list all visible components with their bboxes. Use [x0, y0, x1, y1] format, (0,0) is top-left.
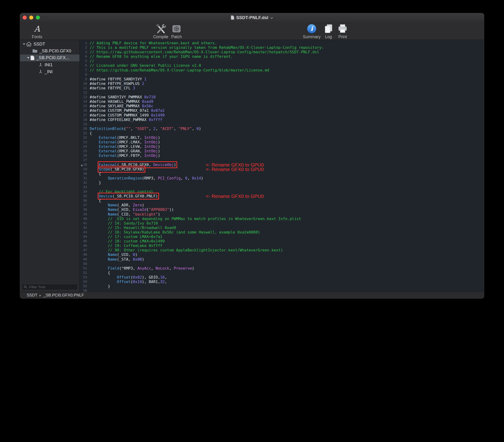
line-number: 10 [80, 81, 90, 86]
line-number: 33 [80, 185, 90, 189]
compile-button[interactable]: Compile [152, 23, 170, 39]
code-line[interactable]: 25 External(RMCF.GRAN, IntObj) [80, 149, 484, 153]
code-line[interactable]: 41 // 14: Sandy/Ivy 0x710 [80, 221, 484, 226]
code-line[interactable]: 3// https://raw.githubusercontent.com/Re… [80, 50, 484, 54]
code-line[interactable]: 23 External(RMCF.LMAX, IntObj) [80, 140, 484, 144]
line-number: 13 [80, 95, 90, 99]
code-line[interactable]: 44 // 17: custom LMAX=0x7a1 [80, 234, 484, 239]
code-line[interactable]: 40 // _UID is set depending on PWMMax to… [80, 216, 484, 221]
summary-button[interactable]: i Summary [302, 23, 322, 39]
code-text: { [90, 198, 101, 203]
home-icon [26, 41, 32, 46]
code-line[interactable]: 54 Offset(0x10), BAR1,32, [80, 280, 484, 284]
code-line[interactable]: 30 { [80, 172, 484, 176]
code-line[interactable]: 6// Licensed under GNU General Public Li… [80, 63, 484, 68]
code-line[interactable]: 50 [80, 262, 484, 266]
code-line[interactable]: 22 External(RMCF.BKLT, IntObj) [80, 135, 484, 140]
code-line[interactable]: 53 Offset(0x02), GDID,16, [80, 275, 484, 280]
code-editor[interactable]: 1// Adding PNLF device for WhateverGreen… [80, 40, 484, 292]
code-line[interactable]: 24 External(RMCF.LEVW, IntObj) [80, 144, 484, 149]
code-line[interactable]: 2// This is a modified PNLF version orig… [80, 45, 484, 50]
patch-button[interactable]: Patch [168, 23, 185, 39]
filter-tree-input[interactable] [29, 285, 76, 289]
maciasl-window: SSDT-PNLF.dsl A Fonts Compile [20, 13, 484, 299]
code-line[interactable]: 4// Rename GFX0 to anything else if your… [80, 54, 484, 59]
code-text: // 17: custom LMAX=0x7a1 [90, 234, 162, 239]
rename-annotation: <- Rename GFX0 to GPU0 [206, 167, 264, 172]
code-text: // 16: Skylake/KabyLake 0x56c (and some … [90, 230, 260, 234]
tree-item-gfx0-scope[interactable]: _SB.PCI0.GFX0 [20, 47, 79, 54]
line-number: 20 [80, 126, 90, 131]
code-text: // 15: Haswell/Broadwell 0xad9 [90, 226, 176, 230]
info-icon: i [307, 23, 317, 35]
line-number: 31 [80, 176, 90, 180]
line-number: 44 [80, 234, 90, 239]
code-line[interactable]: 16#define CUSTOM_PWMMAX_07a1 0x07a1 [80, 108, 484, 113]
code-line[interactable]: 48 Name(_UID, 0) [80, 252, 484, 257]
code-line[interactable]: 33 [80, 185, 484, 189]
tree-item-ini1[interactable]: INI1 [20, 61, 79, 68]
print-button[interactable]: Print [335, 23, 350, 39]
code-line[interactable]: 36 { [80, 198, 484, 203]
fonts-button[interactable]: A Fonts [28, 23, 47, 39]
change-marker-dot [81, 165, 83, 166]
code-line[interactable]: 21{ [80, 131, 484, 135]
code-line[interactable]: 51 Field(^RMP3, AnyAcc, NoLock, Preserve… [80, 266, 484, 270]
code-line[interactable]: 32 } [80, 180, 484, 185]
document-proxy-icon[interactable] [231, 15, 234, 20]
code-line[interactable]: 18#define COFFEELAKE_PWMMAX 0xffff [80, 117, 484, 122]
sidebar: SSDT _SB.PCI0.GFX0 _SB.PCI0.GFX... [20, 40, 80, 292]
code-line[interactable]: 55 } [80, 284, 484, 288]
code-line[interactable]: 49 Name(_STA, 0x0B) [80, 257, 484, 262]
code-line[interactable]: 20DefinitionBlock("", "SSDT", 2, "ACDT",… [80, 126, 484, 131]
code-line[interactable]: 17#define CUSTOM_PWMMAX_1499 0x1499 [80, 113, 484, 117]
code-line[interactable]: 8 [80, 72, 484, 77]
code-line[interactable]: 1// Adding PNLF device for WhateverGreen… [80, 41, 484, 45]
code-line[interactable]: 13#define SANDYIVY_PWMMAX 0x710 [80, 95, 484, 99]
code-line[interactable]: 19 [80, 122, 484, 126]
code-line[interactable]: 28 External(_SB.PCI0.GFX0, DeviceObj)<- … [80, 162, 484, 167]
code-text: Name(_STA, 0x0B) [90, 257, 144, 262]
code-line[interactable]: 56 [80, 288, 484, 292]
code-line[interactable]: 26 External(RMCF.FBTP, IntObj) [80, 153, 484, 158]
code-line[interactable]: 9#define FBTYPE_SANDYIVY 1 [80, 77, 484, 81]
line-number: 36 [80, 198, 90, 203]
log-button[interactable]: Log [321, 23, 336, 39]
code-line[interactable]: 37 Name(_ADR, Zero) [80, 203, 484, 207]
code-line[interactable]: 29 Scope(_SB.PCI0.GFX0)<- Rename GFX0 to… [80, 167, 484, 172]
code-text: // For backlight control [90, 189, 153, 194]
line-number: 39 [80, 212, 90, 216]
code-line[interactable]: 52 { [80, 270, 484, 275]
code-line[interactable]: 43 // 16: Skylake/KabyLake 0x56c (and so… [80, 230, 484, 234]
tree-item-gfx0-device[interactable]: _SB.PCI0.GFX... [20, 54, 79, 61]
code-text: // 14: Sandy/Ivy 0x710 [90, 221, 158, 226]
title-chevron-icon[interactable] [270, 17, 273, 19]
titlebar[interactable]: SSDT-PNLF.dsl [20, 13, 484, 22]
code-line[interactable]: 46 // 19: CoffeeLake 0xffff [80, 243, 484, 248]
code-line[interactable]: 5// [80, 59, 484, 63]
code-line[interactable]: 38 Name(_HID, EisaId("APP0002")) [80, 207, 484, 212]
line-number: 52 [80, 270, 90, 275]
code-line[interactable]: 47 // 99: Other (requires custom AppleBa… [80, 248, 484, 252]
tree-item-ssdt[interactable]: SSDT [20, 41, 79, 47]
code-line[interactable]: 12 [80, 90, 484, 95]
disclosure-triangle-icon[interactable] [26, 57, 30, 59]
code-line[interactable]: 11#define FBTYPE_CFL 3 [80, 86, 484, 90]
code-line[interactable]: 7// https://github.com/RehabMan/OS-X-Clo… [80, 68, 484, 72]
code-line[interactable]: 14#define HASWELL_PWMMAX 0xad9 [80, 99, 484, 104]
disclosure-triangle-icon[interactable] [22, 43, 26, 45]
breadcrumb-path[interactable]: _SB.PCI0.GFX0.PNLF [43, 293, 84, 298]
log-pages-icon [324, 23, 333, 35]
code-line[interactable]: 10#define FBTYPE_HSWPLUS 2 [80, 81, 484, 86]
code-line[interactable]: 35 Device(_SB.PCI0.GFX0.PNLF)<- Rename G… [80, 194, 484, 198]
tree-item-ini[interactable]: _INI [20, 68, 79, 75]
code-line[interactable]: 45 // 18: custom LMAX=0x1499 [80, 239, 484, 243]
breadcrumb-root[interactable]: SSDT [27, 293, 37, 298]
code-line[interactable]: 31 OperationRegion(RMP3, PCI_Config, 0, … [80, 176, 484, 180]
code-line[interactable]: 34 // For backlight control [80, 189, 484, 194]
code-line[interactable]: 39 Name(_CID, "backlight") [80, 212, 484, 216]
code-line[interactable]: 27 [80, 158, 484, 162]
line-number: 40 [80, 216, 90, 221]
code-line[interactable]: 15#define SKYLAKE_PWMMAX 0x56c [80, 104, 484, 108]
code-line[interactable]: 42 // 15: Haswell/Broadwell 0xad9 [80, 226, 484, 230]
